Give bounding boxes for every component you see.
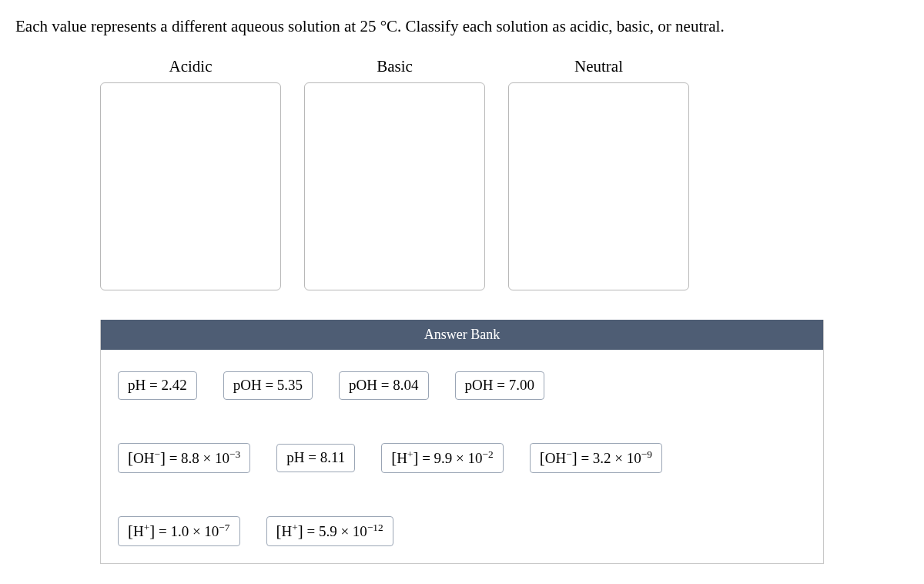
answer-tile[interactable]: [OH−] = 8.8 × 10−3 <box>118 443 250 473</box>
answer-bank-body: pH = 2.42 pOH = 5.35 pOH = 8.04 pOH = 7.… <box>101 350 823 563</box>
dropzone-neutral[interactable] <box>508 82 689 290</box>
answer-tile[interactable]: [H+] = 9.9 × 10−2 <box>381 443 504 473</box>
answer-bank: Answer Bank pH = 2.42 pOH = 5.35 pOH = 8… <box>100 320 824 564</box>
question-text: Each value represents a different aqueou… <box>15 15 909 38</box>
category-row: Acidic Basic Neutral <box>100 57 909 290</box>
answer-tile[interactable]: pH = 8.11 <box>276 444 355 472</box>
answer-tile[interactable]: pOH = 7.00 <box>455 371 544 400</box>
answer-tile[interactable]: pOH = 5.35 <box>223 371 313 400</box>
category-label-basic: Basic <box>377 57 413 76</box>
category-label-acidic: Acidic <box>169 57 213 76</box>
category-basic: Basic <box>304 57 485 290</box>
answer-tile[interactable]: [H+] = 5.9 × 10−12 <box>266 516 393 546</box>
dropzone-basic[interactable] <box>304 82 485 290</box>
answer-bank-header: Answer Bank <box>101 320 823 350</box>
category-acidic: Acidic <box>100 57 281 290</box>
category-neutral: Neutral <box>508 57 689 290</box>
answer-tile[interactable]: [OH−] = 3.2 × 10−9 <box>530 443 662 473</box>
answer-tile[interactable]: pH = 2.42 <box>118 371 197 400</box>
answer-tile[interactable]: [H+] = 1.0 × 10−7 <box>118 516 240 546</box>
category-label-neutral: Neutral <box>574 57 623 76</box>
dropzone-acidic[interactable] <box>100 82 281 290</box>
answer-tile[interactable]: pOH = 8.04 <box>339 371 428 400</box>
